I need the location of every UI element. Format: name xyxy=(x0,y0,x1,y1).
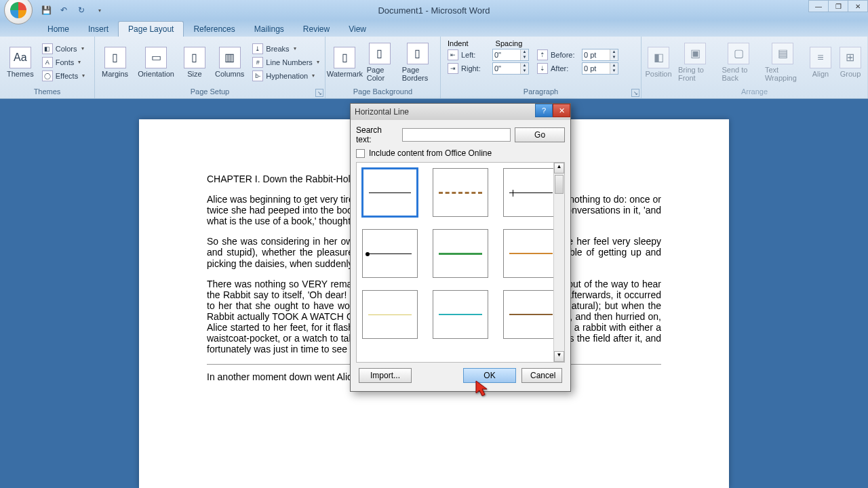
spacing-before-input[interactable]: 0 pt▲▼ xyxy=(582,49,618,61)
size-label: Size xyxy=(187,70,201,78)
page-color-icon: ▯ xyxy=(369,43,391,64)
fonts-label: Fonts xyxy=(56,58,75,66)
line-style-8[interactable] xyxy=(433,290,488,339)
line-style-9[interactable] xyxy=(503,290,559,339)
effects-icon: ◯ xyxy=(42,70,53,81)
indent-left-icon: ⇤ xyxy=(448,49,458,60)
margins-button[interactable]: ▯Margins xyxy=(98,45,132,79)
line-style-2[interactable] xyxy=(433,168,488,217)
group-page-setup: ▯Margins ▭Orientation ▯Size ▥Columns ⤓Br… xyxy=(95,37,326,98)
undo-icon[interactable]: ↶ xyxy=(58,5,69,16)
effects-label: Effects xyxy=(56,72,78,80)
fonts-button[interactable]: AFonts xyxy=(39,56,87,68)
ribbon: Aa Themes ◧Colors AFonts ◯Effects Themes… xyxy=(0,37,868,99)
send-back-label: Send to Back xyxy=(722,66,755,82)
hyphenation-button[interactable]: b-Hyphenation xyxy=(250,70,321,82)
align-button: ≡Align xyxy=(806,45,835,79)
group-button: ⊞Group xyxy=(836,45,865,79)
search-input[interactable] xyxy=(402,128,511,142)
bring-front-label: Bring to Front xyxy=(678,66,712,82)
tab-page-layout[interactable]: Page Layout xyxy=(118,21,184,37)
tab-insert[interactable]: Insert xyxy=(79,22,118,37)
colors-icon: ◧ xyxy=(42,43,53,54)
breaks-button[interactable]: ⤓Breaks xyxy=(250,43,321,55)
line-style-5[interactable] xyxy=(433,229,488,278)
themes-label: Themes xyxy=(7,70,34,78)
go-button[interactable]: Go xyxy=(515,127,565,142)
right-label: Right: xyxy=(461,64,490,73)
line-style-7[interactable] xyxy=(362,290,418,339)
text-wrap-button: ▤Text Wrapping xyxy=(761,41,805,83)
scroll-up-icon[interactable]: ▲ xyxy=(554,163,564,174)
page-color-button[interactable]: ▯Page Color xyxy=(363,41,397,83)
colors-label: Colors xyxy=(56,45,77,53)
redo-icon[interactable]: ↻ xyxy=(76,5,87,16)
ribbon-tabs: Home Insert Page Layout References Maili… xyxy=(0,20,868,37)
spacing-after-input[interactable]: 0 pt▲▼ xyxy=(582,62,618,75)
tab-home[interactable]: Home xyxy=(38,22,79,37)
gallery-scrollbar[interactable]: ▲ ▼ xyxy=(553,163,564,362)
indent-label: Indent xyxy=(448,39,469,47)
watermark-button[interactable]: ▯Watermark xyxy=(328,45,361,79)
line-numbers-icon: # xyxy=(252,57,263,68)
include-online-label: Include content from Office Online xyxy=(369,148,492,158)
horizontal-line-dialog: Horizontal Line ? ✕ Search text: Go Incl… xyxy=(350,103,571,392)
size-button[interactable]: ▯Size xyxy=(180,45,210,79)
align-label: Align xyxy=(812,70,829,78)
ok-button[interactable]: OK xyxy=(463,368,516,383)
scroll-thumb[interactable] xyxy=(555,175,564,194)
effects-button[interactable]: ◯Effects xyxy=(39,70,87,82)
qat-customize-icon[interactable] xyxy=(94,5,104,16)
margins-icon: ▯ xyxy=(104,47,126,68)
line-style-1[interactable] xyxy=(362,168,418,217)
paragraph-launcher[interactable]: ↘ xyxy=(631,89,639,97)
hyphenation-label: Hyphenation xyxy=(266,72,308,80)
orientation-label: Orientation xyxy=(138,70,174,78)
import-button[interactable]: Import... xyxy=(359,368,412,383)
spacing-label: Spacing xyxy=(496,39,523,47)
margins-label: Margins xyxy=(102,70,128,78)
group-themes-label: Themes xyxy=(3,86,92,97)
bring-front-icon: ▣ xyxy=(684,43,706,64)
save-icon[interactable]: 💾 xyxy=(41,5,52,16)
dialog-help-button[interactable]: ? xyxy=(535,104,553,117)
indent-right-icon: ⇥ xyxy=(448,63,458,74)
page-setup-launcher[interactable]: ↘ xyxy=(315,89,323,97)
group-paragraph-label: Paragraph xyxy=(443,86,638,97)
themes-button[interactable]: Aa Themes xyxy=(3,45,38,79)
line-style-3[interactable] xyxy=(503,168,559,217)
indent-right-input[interactable]: 0"▲▼ xyxy=(492,62,529,75)
left-label: Left: xyxy=(461,51,490,59)
scroll-down-icon[interactable]: ▼ xyxy=(554,351,564,362)
include-online-checkbox[interactable] xyxy=(356,149,365,158)
quick-access-toolbar: 💾 ↶ ↻ xyxy=(41,5,104,16)
tab-mailings[interactable]: Mailings xyxy=(245,22,294,37)
minimize-button[interactable]: — xyxy=(808,0,829,12)
cancel-button[interactable]: Cancel xyxy=(521,368,562,383)
line-numbers-button[interactable]: #Line Numbers xyxy=(250,56,321,68)
search-label: Search text: xyxy=(356,125,398,144)
group-page-setup-label: Page Setup xyxy=(98,86,322,97)
orientation-button[interactable]: ▭Orientation xyxy=(134,45,178,79)
spacing-before-icon: ⇡ xyxy=(537,49,548,60)
columns-label: Columns xyxy=(215,70,244,78)
tab-references[interactable]: References xyxy=(184,22,244,37)
page-borders-button[interactable]: ▯Page Borders xyxy=(398,41,437,83)
indent-left-input[interactable]: 0"▲▼ xyxy=(492,49,529,61)
send-back-button: ▢Send to Back xyxy=(717,41,760,83)
spacing-before-value: 0 pt xyxy=(584,51,596,59)
send-back-icon: ▢ xyxy=(728,43,749,64)
text-wrap-label: Text Wrapping xyxy=(765,66,801,82)
line-style-4[interactable] xyxy=(362,229,418,278)
dialog-close-button[interactable]: ✕ xyxy=(553,104,570,117)
columns-button[interactable]: ▥Columns xyxy=(211,45,248,79)
close-window-button[interactable]: ✕ xyxy=(848,0,868,12)
size-icon: ▯ xyxy=(184,47,205,68)
page-borders-icon: ▯ xyxy=(407,43,429,64)
colors-button[interactable]: ◧Colors xyxy=(39,43,87,55)
tab-view[interactable]: View xyxy=(339,22,376,37)
maximize-button[interactable]: ❐ xyxy=(828,0,848,12)
tab-review[interactable]: Review xyxy=(294,22,339,37)
dialog-titlebar[interactable]: Horizontal Line ? ✕ xyxy=(351,104,570,120)
line-style-6[interactable] xyxy=(503,229,559,278)
